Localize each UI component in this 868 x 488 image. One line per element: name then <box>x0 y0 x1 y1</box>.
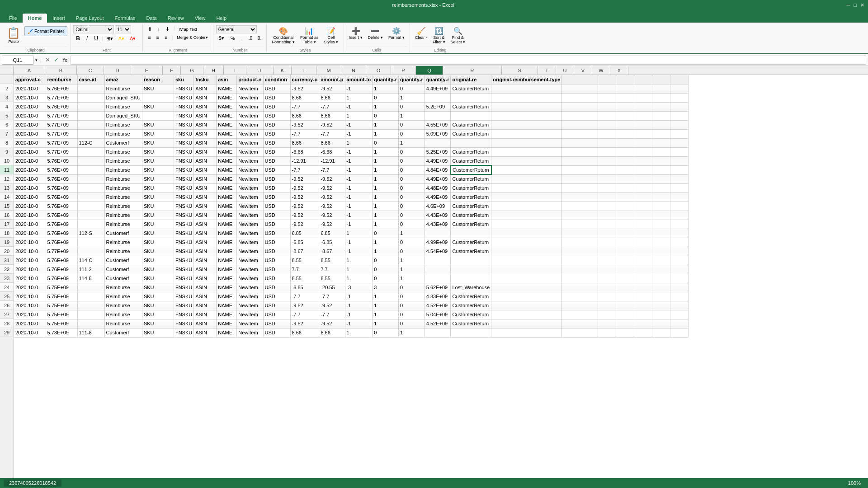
cell-F20[interactable]: FNSKU <box>174 247 193 256</box>
cell-N10[interactable]: 1 <box>373 156 399 165</box>
cell-S28[interactable] <box>562 319 598 328</box>
cell-U6[interactable] <box>616 120 634 129</box>
cell-U21[interactable] <box>616 256 634 265</box>
cell-E14[interactable]: SKU <box>142 192 174 202</box>
cell-N23[interactable]: 0 <box>373 274 399 283</box>
cell-B5[interactable]: 5.77E+09 <box>46 111 77 120</box>
cell-C27[interactable] <box>77 310 104 319</box>
cell-Q14[interactable]: CustomerReturn <box>451 192 491 202</box>
cell-R5[interactable] <box>491 111 562 120</box>
cell-C10[interactable] <box>77 156 104 165</box>
row-num-15[interactable]: 15 <box>0 202 14 211</box>
cell-F6[interactable]: FNSKU <box>174 120 193 129</box>
cell-F29[interactable]: FNSKU <box>174 328 193 337</box>
cell-U18[interactable] <box>616 229 634 238</box>
cell-D5[interactable]: Damaged_SKU <box>104 111 142 120</box>
cell-I20[interactable]: NewItem <box>237 247 263 256</box>
cell-C28[interactable] <box>77 319 104 328</box>
cell-H13[interactable]: NAME <box>217 183 237 192</box>
cell-T5[interactable] <box>598 111 616 120</box>
cell-P21[interactable] <box>425 256 451 265</box>
cell-R21[interactable] <box>491 256 562 265</box>
cell-B20[interactable]: 5.77E+09 <box>46 247 77 256</box>
align-top-button[interactable]: ⬆ <box>146 25 154 33</box>
cell-V24[interactable] <box>634 283 652 292</box>
cell-Q6[interactable]: CustomerReturn <box>451 120 491 129</box>
cell-J24[interactable]: USD <box>263 283 290 292</box>
cell-K25[interactable]: -7.7 <box>290 292 319 301</box>
cell-S8[interactable] <box>562 138 598 147</box>
cell-S17[interactable] <box>562 220 598 229</box>
cell-X22[interactable] <box>670 265 689 274</box>
cell-S2[interactable] <box>562 84 598 93</box>
cell-V3[interactable] <box>634 93 652 102</box>
cell-G7[interactable]: ASIN <box>194 129 217 138</box>
tab-view[interactable]: View <box>189 14 211 23</box>
cell-V12[interactable] <box>634 174 652 183</box>
cell-O23[interactable]: 1 <box>399 274 425 283</box>
formula-input[interactable]: 4839807551 <box>71 56 866 65</box>
cell-C5[interactable] <box>77 111 104 120</box>
cell-F2[interactable]: FNSKU <box>174 84 193 93</box>
col-header-L[interactable]: L <box>292 66 316 75</box>
col-header-S[interactable]: S <box>502 66 538 75</box>
cell-V8[interactable] <box>634 138 652 147</box>
cell-O29[interactable]: 1 <box>399 328 425 337</box>
cell-B17[interactable]: 5.76E+09 <box>46 220 77 229</box>
cell-I2[interactable]: NewItem <box>237 84 263 93</box>
cell-N17[interactable]: 1 <box>373 220 399 229</box>
cell-U14[interactable] <box>616 192 634 202</box>
cell-O4[interactable]: 0 <box>399 102 425 111</box>
cell-L3[interactable]: 8.66 <box>319 93 345 102</box>
format-button[interactable]: ⚙️ Format ▾ <box>386 25 407 45</box>
cell-X12[interactable] <box>670 174 689 183</box>
cell-G27[interactable]: ASIN <box>194 310 217 319</box>
cell-E3[interactable] <box>142 93 174 102</box>
cell-U7[interactable] <box>616 129 634 138</box>
cell-K19[interactable]: -6.85 <box>290 238 319 247</box>
cell-J26[interactable]: USD <box>263 301 290 310</box>
cell-M22[interactable]: 1 <box>345 265 373 274</box>
cell-N9[interactable]: 1 <box>373 147 399 156</box>
cell-S27[interactable] <box>562 310 598 319</box>
cell-K11[interactable]: -7.7 <box>290 165 319 174</box>
cell-Q2[interactable]: CustomerReturn <box>451 84 491 93</box>
cell-M6[interactable]: -1 <box>345 120 373 129</box>
cell-M5[interactable]: 1 <box>345 111 373 120</box>
cell-V27[interactable] <box>634 310 652 319</box>
cell-D28[interactable]: Reimburse <box>104 319 142 328</box>
align-right-button[interactable]: ≡ <box>162 34 170 41</box>
cell-X9[interactable] <box>670 147 689 156</box>
cell-X8[interactable] <box>670 138 689 147</box>
cell-C6[interactable] <box>77 120 104 129</box>
cell-O22[interactable]: 1 <box>399 265 425 274</box>
cell-D4[interactable]: Reimburse <box>104 102 142 111</box>
cell-D27[interactable]: Reimburse <box>104 310 142 319</box>
cell-M19[interactable]: -1 <box>345 238 373 247</box>
cell-U9[interactable] <box>616 147 634 156</box>
cell-S12[interactable] <box>562 174 598 183</box>
cell-N21[interactable]: 0 <box>373 256 399 265</box>
cell-E8[interactable]: SKU <box>142 138 174 147</box>
cell-B21[interactable]: 5.76E+09 <box>46 256 77 265</box>
cell-K13[interactable]: -9.52 <box>290 183 319 192</box>
cell-S21[interactable] <box>562 256 598 265</box>
cell-A14[interactable]: 2020-10-0 <box>14 192 46 202</box>
row-num-13[interactable]: 13 <box>0 183 14 192</box>
cell-X5[interactable] <box>670 111 689 120</box>
cell-H23[interactable]: NAME <box>217 274 237 283</box>
cell-W21[interactable] <box>652 256 670 265</box>
cell-R22[interactable] <box>491 265 562 274</box>
cell-R8[interactable] <box>491 138 562 147</box>
format-as-table-button[interactable]: 📊 Format asTable ▾ <box>298 25 321 46</box>
cell-R20[interactable] <box>491 247 562 256</box>
decrease-decimal-button[interactable]: 0. <box>255 35 264 42</box>
cell-G2[interactable]: ASIN <box>194 84 217 93</box>
cell-E21[interactable]: SKU <box>142 256 174 265</box>
cell-N24[interactable]: 3 <box>373 283 399 292</box>
cell-D7[interactable]: Reimburse <box>104 129 142 138</box>
col-header-X[interactable]: X <box>610 66 628 75</box>
cell-E6[interactable]: SKU <box>142 120 174 129</box>
cell-V17[interactable] <box>634 220 652 229</box>
cell-H24[interactable]: NAME <box>217 283 237 292</box>
